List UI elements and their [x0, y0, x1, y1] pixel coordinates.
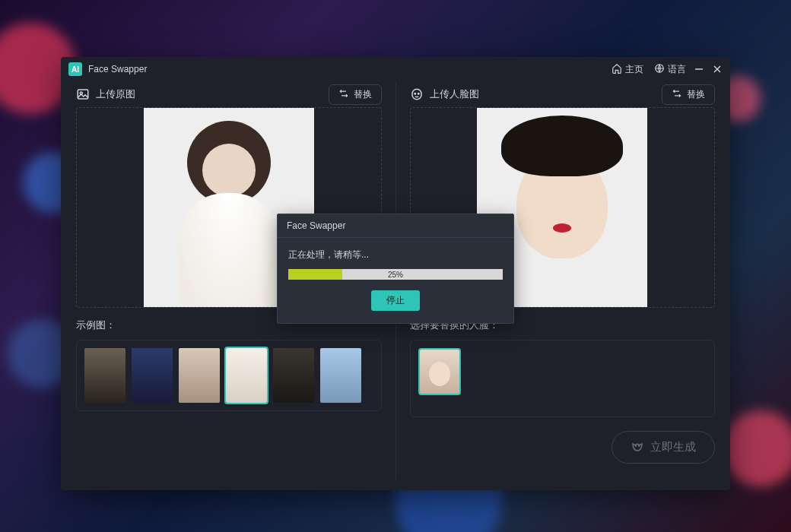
close-button[interactable]	[712, 64, 723, 74]
minimize-button[interactable]	[694, 64, 704, 74]
example-5[interactable]	[273, 348, 314, 403]
source-title: 上传原图	[96, 87, 135, 101]
example-3[interactable]	[179, 348, 220, 403]
svg-point-8	[418, 93, 419, 95]
face-swap-label: 替换	[687, 88, 705, 101]
language-label: 语言	[668, 63, 686, 76]
svg-point-9	[635, 445, 637, 447]
globe-icon	[654, 63, 665, 76]
generate-button[interactable]: 立即生成	[612, 431, 715, 464]
swap-icon	[672, 88, 682, 101]
example-2[interactable]	[132, 348, 173, 403]
home-label: 主页	[625, 63, 643, 76]
example-6[interactable]	[320, 348, 361, 403]
face-swap-button[interactable]: 替换	[662, 84, 715, 105]
progress-dialog: Face Swapper 正在处理，请稍等... 25% 停止	[277, 214, 514, 324]
generate-label: 立即生成	[650, 440, 696, 454]
mask-icon	[631, 439, 644, 455]
titlebar: AI Face Swapper 主页 语言	[61, 57, 730, 81]
svg-rect-6	[412, 89, 421, 100]
detected-face-1[interactable]	[418, 348, 461, 395]
svg-point-10	[639, 445, 640, 447]
home-button[interactable]: 主页	[612, 63, 643, 76]
svg-point-7	[415, 93, 416, 95]
svg-rect-4	[78, 90, 88, 99]
source-swap-label: 替换	[354, 88, 372, 101]
swap-icon	[338, 88, 349, 101]
dialog-message: 正在处理，请稍等...	[288, 249, 503, 261]
progress-fill	[288, 269, 342, 280]
detected-faces	[410, 340, 716, 417]
image-icon	[76, 87, 90, 101]
face-title: 上传人脸图	[430, 87, 479, 101]
app-icon: AI	[68, 62, 82, 76]
example-1[interactable]	[84, 348, 125, 403]
progress-percent: 25%	[388, 271, 403, 279]
face-icon	[410, 87, 424, 101]
dialog-title: Face Swapper	[278, 214, 513, 238]
stop-button[interactable]: 停止	[371, 290, 420, 311]
face-panel-header: 上传人脸图 替换	[410, 81, 716, 107]
home-icon	[612, 63, 622, 76]
source-panel-header: 上传原图 替换	[76, 81, 382, 107]
example-thumbnails	[76, 340, 382, 411]
language-button[interactable]: 语言	[654, 63, 686, 76]
progress-bar: 25%	[288, 269, 503, 280]
example-4[interactable]	[226, 348, 267, 403]
app-title: Face Swapper	[88, 64, 147, 74]
source-swap-button[interactable]: 替换	[329, 84, 382, 105]
